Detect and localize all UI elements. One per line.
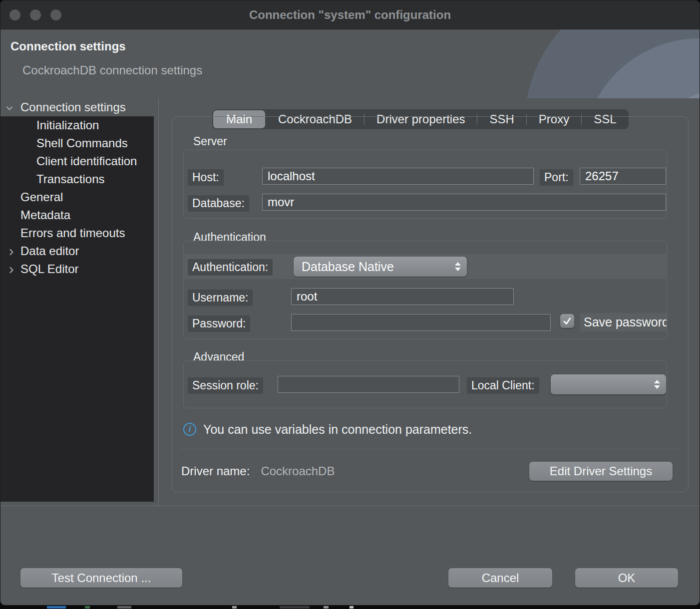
tree-item-general[interactable]: General: [0, 188, 154, 206]
local-client-label: Local Client:: [467, 377, 539, 394]
dialog-header: Connection settings CockroachDB connecti…: [0, 29, 700, 98]
cancel-button[interactable]: Cancel: [448, 568, 552, 588]
tree-item-metadata[interactable]: Metadata: [0, 206, 154, 224]
tree-item-client-identification[interactable]: Client identification: [0, 152, 154, 170]
session-role-label: Session role:: [188, 377, 263, 394]
driver-name-value: CockroachDB: [261, 464, 335, 478]
host-input[interactable]: [262, 168, 534, 185]
window-title: Connection "system" configuration: [0, 8, 700, 22]
test-connection-button[interactable]: Test Connection ...: [20, 568, 182, 588]
database-input[interactable]: [262, 194, 666, 211]
password-label: Password:: [188, 315, 250, 332]
screen: Connection "system" configuration Connec…: [0, 0, 700, 609]
tree-item-connection-settings[interactable]: Connection settings: [0, 98, 154, 116]
desktop-fragment: [232, 606, 237, 609]
host-label: Host:: [188, 169, 224, 186]
page-subtitle: CockroachDB connection settings: [22, 63, 202, 77]
title-bar: Connection "system" configuration: [0, 0, 700, 29]
chevron-down-icon[interactable]: [4, 102, 14, 112]
page-title: Connection settings: [10, 39, 126, 53]
save-password-checkbox[interactable]: [560, 314, 574, 328]
chevron-right-icon[interactable]: [6, 264, 16, 274]
tree-item-label: General: [20, 190, 63, 204]
connection-configuration-dialog: Connection "system" configuration Connec…: [0, 0, 700, 606]
tree-item-label: Initialization: [36, 118, 99, 132]
info-icon: i: [183, 423, 196, 436]
tree-item-data-editor[interactable]: Data editor: [0, 242, 154, 260]
port-label: Port:: [540, 169, 573, 186]
main-tab-panel: Server Host: Port: Database: Authenticat…: [172, 116, 689, 492]
close-button-icon[interactable]: [9, 9, 20, 20]
chevron-right-icon[interactable]: [6, 246, 16, 256]
info-text: You can use variables in connection para…: [203, 422, 472, 437]
window-controls: [0, 0, 61, 29]
desktop-fragment: [350, 606, 353, 609]
desktop-fragment: [280, 606, 310, 609]
tree-item-sql-editor[interactable]: SQL Editor: [0, 260, 154, 278]
desktop-fragment: [85, 606, 90, 609]
session-role-input[interactable]: [278, 376, 459, 393]
dialog-body: Connection settings Initialization Shell…: [0, 98, 700, 506]
driver-row: Driver name: CockroachDB Edit Driver Set…: [179, 449, 681, 493]
save-password-label[interactable]: Save password: [580, 313, 667, 331]
desktop-strip: [0, 606, 700, 609]
checkmark-icon: [562, 315, 573, 326]
server-group: Host: Port: Database:: [183, 150, 667, 219]
server-group-title: Server: [193, 135, 227, 148]
tree-item-transactions[interactable]: Transactions: [0, 170, 154, 188]
authentication-label: Authentication:: [188, 259, 273, 276]
authentication-select[interactable]: Database Native: [294, 257, 467, 277]
tree-item-errors-and-timeouts[interactable]: Errors and timeouts: [0, 224, 154, 242]
password-input[interactable]: [291, 314, 551, 331]
username-input[interactable]: [291, 288, 514, 305]
minimize-button-icon[interactable]: [30, 9, 41, 20]
tree-item-label: Errors and timeouts: [20, 226, 125, 240]
tree-item-shell-commands[interactable]: Shell Commands: [0, 134, 154, 152]
edit-driver-settings-button[interactable]: Edit Driver Settings: [529, 462, 673, 481]
desktop-fragment: [117, 606, 131, 609]
dialog-footer: Test Connection ... Cancel OK: [0, 506, 700, 606]
tree-item-label: Data editor: [20, 244, 79, 258]
tree-item-initialization[interactable]: Initialization: [0, 116, 154, 134]
database-label: Database:: [188, 195, 249, 212]
authentication-group: Authentication: Database Native Username…: [183, 241, 667, 339]
driver-name-label: Driver name:: [181, 464, 250, 478]
tree-item-label: Shell Commands: [36, 136, 128, 150]
tree-item-label: SQL Editor: [20, 262, 79, 276]
settings-tree: Connection settings Initialization Shell…: [0, 98, 154, 502]
select-arrows-icon: [654, 380, 660, 389]
tree-item-label: Metadata: [20, 208, 70, 222]
main-pane: Main CockroachDB Driver properties SSH P…: [159, 98, 700, 506]
authentication-select-value: Database Native: [302, 260, 451, 274]
desktop-fragment: [47, 606, 66, 609]
advanced-group: Session role: Local Client:: [183, 360, 667, 408]
local-client-select[interactable]: [551, 374, 666, 394]
tree-item-label: Client identification: [36, 154, 137, 168]
ok-button[interactable]: OK: [575, 568, 678, 588]
desktop-fragment: [324, 606, 329, 609]
select-arrows-icon: [455, 262, 461, 271]
tree-item-label: Connection settings: [20, 100, 126, 114]
info-row: i You can use variables in connection pa…: [183, 420, 472, 438]
tree-item-label: Transactions: [36, 172, 105, 186]
username-label: Username:: [188, 290, 253, 306]
zoom-button-icon[interactable]: [50, 9, 61, 20]
port-input[interactable]: [580, 168, 666, 185]
